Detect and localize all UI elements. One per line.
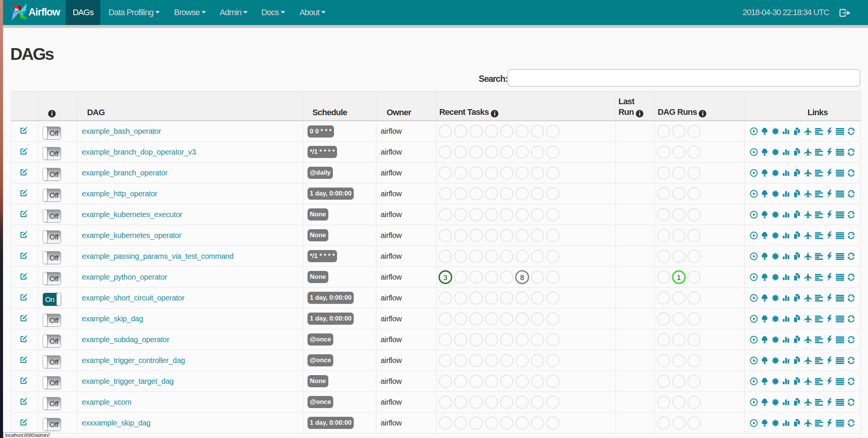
svg-text:1: 1 [677,273,681,281]
svg-text:8: 8 [520,273,525,281]
svg-text:3: 3 [443,273,448,281]
